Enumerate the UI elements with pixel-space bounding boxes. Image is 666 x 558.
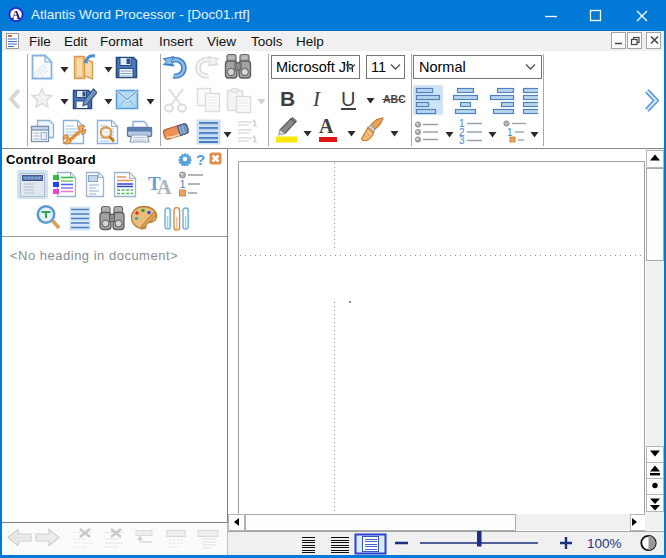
svg-text:1: 1 bbox=[507, 127, 513, 138]
svg-text:1: 1 bbox=[180, 178, 186, 190]
svg-text:100%: 100% bbox=[587, 536, 622, 551]
svg-text:A: A bbox=[157, 176, 172, 197]
svg-text:A: A bbox=[11, 8, 20, 22]
svg-text:3: 3 bbox=[459, 135, 465, 144]
